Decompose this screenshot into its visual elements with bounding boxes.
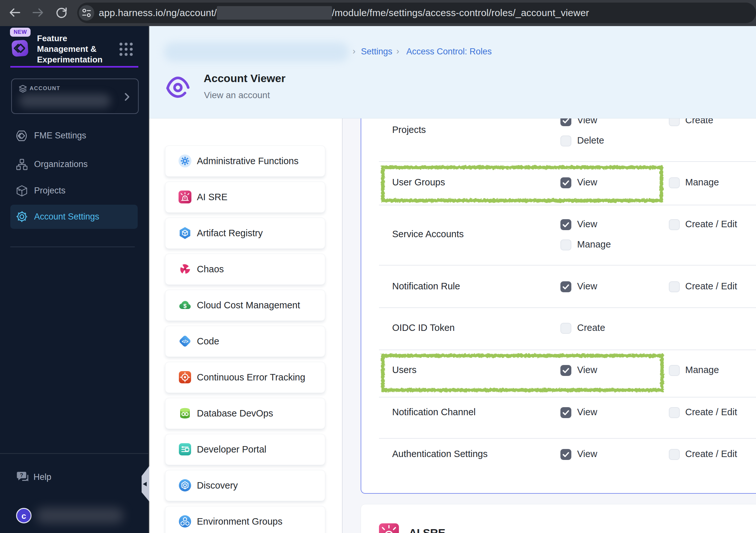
svg-text:</>: </> (182, 339, 188, 344)
svg-text:?: ? (20, 472, 23, 478)
svg-text:$: $ (183, 303, 187, 309)
